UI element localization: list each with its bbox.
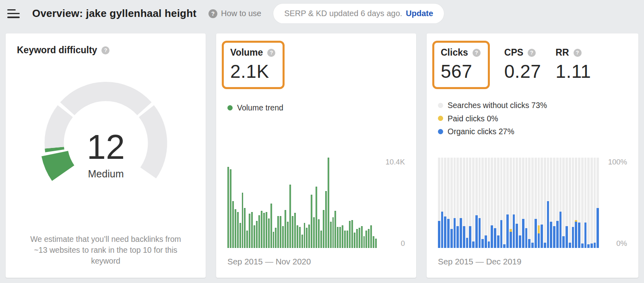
clicks-bar xyxy=(578,158,580,248)
y-tick-min: 0 xyxy=(401,239,405,248)
rr-metric: RR ? 1.11 xyxy=(555,45,591,82)
update-button[interactable]: Update xyxy=(406,9,433,18)
clicks-bar xyxy=(491,158,493,248)
volume-bar xyxy=(304,223,305,248)
clicks-bar xyxy=(594,158,596,248)
clicks-bar xyxy=(556,158,559,248)
volume-bar xyxy=(273,232,275,248)
clicks-bar xyxy=(541,158,543,248)
question-icon[interactable]: ? xyxy=(267,49,275,57)
question-icon[interactable]: ? xyxy=(101,46,109,54)
question-icon[interactable]: ? xyxy=(574,49,582,57)
volume-bar xyxy=(263,213,265,248)
volume-trend-dot-icon xyxy=(227,105,233,110)
volume-bar xyxy=(354,233,355,248)
volume-bar xyxy=(254,225,255,248)
volume-bar xyxy=(311,195,312,248)
how-to-use-label: How to use xyxy=(221,9,261,18)
gauge-easy-segment-highlighted xyxy=(41,151,74,181)
top-bar: Overview: jake gyllenhaal height ? How t… xyxy=(0,0,644,33)
clicks-bar xyxy=(597,158,599,248)
volume-bar xyxy=(285,210,286,248)
clicks-highlight-box: Clicks ? 567 xyxy=(432,41,490,89)
volume-bar xyxy=(325,191,327,248)
clicks-bar xyxy=(513,158,515,248)
volume-bar xyxy=(334,211,336,248)
volume-value: 2.1K xyxy=(230,60,275,82)
paid-clicks-dot-icon xyxy=(438,116,443,121)
volume-bar xyxy=(237,212,239,248)
clicks-bar xyxy=(553,158,555,248)
cps-title: CPS xyxy=(504,47,523,58)
volume-bar xyxy=(349,221,351,248)
volume-bar xyxy=(313,217,315,248)
volume-card: Volume ? 2.1K Volume trend 10.4K 0 xyxy=(216,33,416,278)
volume-bar xyxy=(370,225,372,248)
volume-bar xyxy=(347,231,348,248)
volume-bar xyxy=(344,231,346,248)
volume-bar xyxy=(337,227,339,248)
clicks-bar xyxy=(481,158,484,248)
volume-bar xyxy=(351,220,353,248)
organic-clicks-dot-icon xyxy=(438,129,443,134)
clicks-bar xyxy=(503,158,506,248)
serp-update-pill: SERP & KD updated 6 days ago. Update xyxy=(273,4,444,23)
kd-footnote: We estimate that you’ll need backlinks f… xyxy=(29,234,183,266)
legend-label: Volume trend xyxy=(237,101,283,114)
volume-bar xyxy=(270,204,272,248)
volume-bar xyxy=(266,212,267,248)
volume-bar xyxy=(320,231,322,248)
keywords-explorer-overview: Overview: jake gyllenhaal height ? How t… xyxy=(0,0,644,283)
clicks-bar xyxy=(575,158,577,248)
volume-bar xyxy=(323,210,324,248)
clicks-bar xyxy=(456,158,459,248)
question-icon[interactable]: ? xyxy=(528,49,536,57)
clicks-bar xyxy=(510,158,512,248)
volume-period-label: Sep 2015 — Nov 2020 xyxy=(227,257,405,266)
clicks-bar xyxy=(500,158,503,248)
volume-bar xyxy=(363,236,365,248)
volume-y-axis: 10.4K 0 xyxy=(377,158,405,248)
clicks-bar xyxy=(488,158,490,248)
volume-bar xyxy=(306,228,308,248)
volume-bar xyxy=(308,225,310,248)
question-icon[interactable]: ? xyxy=(208,9,217,18)
clicks-bar xyxy=(469,158,471,248)
volume-bar xyxy=(275,228,277,248)
volume-bar xyxy=(244,208,246,248)
volume-bar xyxy=(268,218,270,248)
volume-bar xyxy=(246,231,248,248)
clicks-y-axis: 100% 0% xyxy=(599,158,627,248)
volume-bar xyxy=(239,223,241,248)
volume-bar xyxy=(256,221,258,248)
volume-bar xyxy=(365,231,367,248)
legend-item: Searches without clicks 73% xyxy=(438,99,627,112)
clicks-bar xyxy=(475,158,478,248)
clicks-bar xyxy=(528,158,530,248)
question-icon[interactable]: ? xyxy=(473,49,481,57)
clicks-bar xyxy=(587,158,590,248)
volume-bar xyxy=(292,216,293,248)
volume-bar xyxy=(294,213,296,248)
legend-label: Organic clicks 27% xyxy=(448,125,514,138)
volume-bar xyxy=(287,222,289,248)
clicks-bar xyxy=(547,158,549,248)
volume-trend-chart: 10.4K 0 xyxy=(227,158,405,248)
clicks-bar xyxy=(519,158,521,248)
volume-bar xyxy=(368,229,369,248)
clicks-bar xyxy=(463,158,465,248)
cps-value: 0.27 xyxy=(504,60,541,82)
clicks-bar xyxy=(516,158,518,248)
menu-toggle-icon[interactable] xyxy=(7,8,21,19)
keyword-difficulty-card: Keyword difficulty ? 12 Medium We estima… xyxy=(6,33,206,278)
volume-bar xyxy=(299,227,301,248)
clicks-card: Clicks ? 567 CPS ? 0.27 RR ? xyxy=(427,33,638,278)
volume-bar xyxy=(249,214,250,248)
volume-bar xyxy=(328,158,329,248)
volume-bar xyxy=(261,211,262,248)
menu-bar xyxy=(7,9,16,11)
how-to-use-link[interactable]: ? How to use xyxy=(208,9,261,18)
clicks-title: Clicks xyxy=(441,47,468,58)
clicks-bar xyxy=(450,158,453,248)
clicks-bar xyxy=(444,158,446,248)
